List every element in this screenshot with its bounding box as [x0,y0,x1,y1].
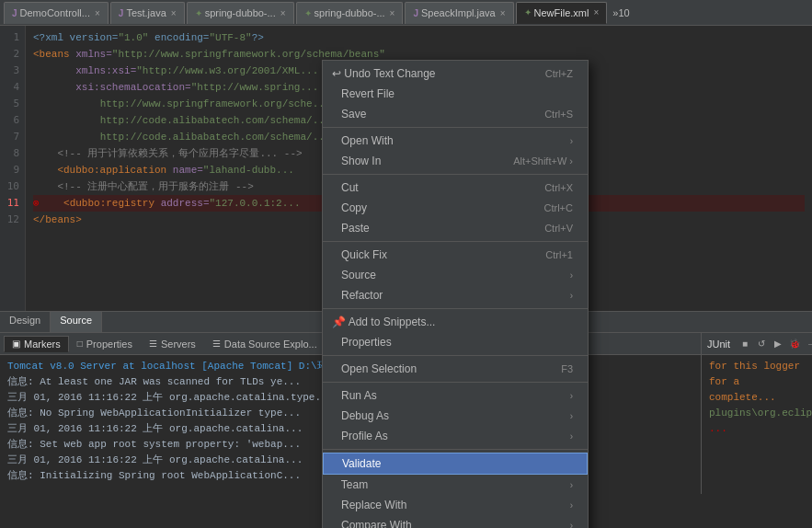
replace-with-label: Replace With [332,499,406,511]
right-panel: JUnit ■ ↺ ▶ 🐞 → ← for this logger for a … [702,333,812,494]
menu-cut[interactable]: Cut Ctrl+X [323,178,588,198]
line-num-4: 4 [6,79,19,96]
properties-label: Properties [86,339,132,350]
quickfix-shortcut: Ctrl+1 [545,249,573,260]
tab-springdubbo2[interactable]: ✦ spring-dubbo-... × [296,2,404,24]
tab-servers[interactable]: ☰ Servers [141,336,204,352]
close-icon-4[interactable]: × [390,8,395,18]
close-icon-2[interactable]: × [171,8,177,18]
tab-newfile[interactable]: ✦ NewFile.xml × [516,2,608,24]
divider-3 [323,241,588,242]
datasource-icon: ☰ [212,339,221,349]
menu-revert[interactable]: Revert File [323,84,588,104]
undo-shortcut: Ctrl+Z [545,68,573,79]
junit-rerun-icon[interactable]: ↺ [754,337,769,351]
menu-debug-as[interactable]: Debug As › [323,406,588,426]
open-selection-shortcut: F3 [561,363,573,374]
junit-icons: ■ ↺ ▶ 🐞 → ← [738,337,812,351]
cut-shortcut: Ctrl+X [544,182,573,193]
menu-show-in[interactable]: Show In Alt+Shift+W › [323,151,588,171]
open-with-arrow: › [570,136,573,146]
menu-properties[interactable]: Properties [323,332,588,352]
menu-save[interactable]: Save Ctrl+S [323,104,588,124]
revert-label: Revert File [332,87,395,100]
junit-next-icon[interactable]: → [804,337,812,351]
markers-icon: ▣ [12,339,20,349]
source-arrow: › [570,270,573,281]
menu-undo[interactable]: ↩ Undo Text Change Ctrl+Z [323,63,588,84]
menu-replace-with[interactable]: Replace With › [323,495,588,515]
menu-refactor[interactable]: Refactor › [323,285,588,305]
menu-add-snippets[interactable]: 📌 Add to Snippets... [323,312,588,332]
tab-overflow[interactable]: »10 [609,7,633,18]
junit-debug-icon[interactable]: 🐞 [787,337,802,351]
divider-6 [323,382,588,383]
menu-team[interactable]: Team › [323,475,588,495]
close-icon-6[interactable]: × [593,7,599,17]
tab-properties-panel[interactable]: □ Properties [69,336,141,352]
junit-label: JUnit [707,339,730,350]
menu-run-as[interactable]: Run As › [323,385,588,406]
quickfix-label: Quick Fix [332,248,387,261]
tab-label-3: spring-dubbo-... [205,7,276,18]
menu-open-selection[interactable]: Open Selection F3 [323,359,588,379]
tab-democontroller[interactable]: J DemoControll... × [4,2,109,24]
menu-profile-as[interactable]: Profile As › [323,426,588,446]
tab-label-4: spring-dubbo-... [315,7,385,18]
run-as-arrow: › [570,391,573,401]
menu-copy[interactable]: Copy Ctrl+C [323,198,588,218]
tab-bar: J DemoControll... × J Test.java × ✦ spri… [0,0,812,26]
right-line-1: for this logger for a complete... [709,359,805,406]
servers-icon: ☰ [149,339,157,349]
line-num-5: 5 [6,96,19,112]
close-icon-3[interactable]: × [280,8,286,18]
junit-stop-icon[interactable]: ■ [738,337,752,351]
tab-icon-java3: J [413,8,418,18]
close-icon-5[interactable]: × [500,8,506,18]
replace-with-arrow: › [570,500,573,511]
menu-source[interactable]: Source › [323,265,588,285]
team-arrow: › [570,480,573,490]
copy-label: Copy [332,201,367,214]
save-label: Save [332,108,366,121]
compare-with-arrow: › [570,521,573,529]
team-label: Team [332,478,368,491]
close-icon[interactable]: × [95,8,100,18]
right-line-2: plugins\org.eclipse.wst.server... [709,406,805,421]
divider-4 [323,308,588,309]
menu-compare-with[interactable]: Compare With › [323,515,588,528]
servers-label: Servers [161,339,196,350]
paste-shortcut: Ctrl+V [544,223,573,234]
tab-testjava[interactable]: J Test.java × [110,2,185,24]
menu-paste[interactable]: Paste Ctrl+V [323,218,588,238]
tab-springdubbo1[interactable]: ✦ spring-dubbo-... × [187,2,294,24]
menu-quickfix[interactable]: Quick Fix Ctrl+1 [323,245,588,265]
line-num-6: 6 [6,112,19,129]
line-num-3: 3 [6,63,19,79]
tab-speackimpl[interactable]: J SpeackImpl.java × [405,2,513,24]
context-menu: ↩ Undo Text Change Ctrl+Z Revert File Sa… [322,60,589,528]
tab-design[interactable]: Design [0,312,51,332]
tab-icon-java2: J [119,8,124,18]
debug-as-label: Debug As [332,409,389,422]
junit-run-icon[interactable]: ▶ [771,337,785,351]
tab-source[interactable]: Source [51,312,102,332]
line-num-7: 7 [6,129,19,145]
divider-1 [323,127,588,128]
run-as-label: Run As [332,389,377,402]
validate-label: Validate [333,457,381,470]
refactor-arrow: › [570,291,573,301]
junit-bar: JUnit ■ ↺ ▶ 🐞 → ← [702,333,812,355]
debug-as-arrow: › [570,411,573,421]
profile-as-label: Profile As [332,430,388,442]
tab-icon-xml3: ✦ [524,7,532,17]
tab-label-5: SpeackImpl.java [421,7,496,18]
tab-icon-xml2: ✦ [304,8,312,18]
tab-icon-xml1: ✦ [195,8,202,18]
profile-as-arrow: › [570,431,573,442]
tab-markers[interactable]: ▣ Markers [4,336,69,352]
menu-open-with[interactable]: Open With › [323,131,588,151]
menu-validate[interactable]: Validate [323,453,588,475]
tab-datasource[interactable]: ☰ Data Source Explo... [204,336,326,352]
line-num-2: 2 [6,46,19,63]
